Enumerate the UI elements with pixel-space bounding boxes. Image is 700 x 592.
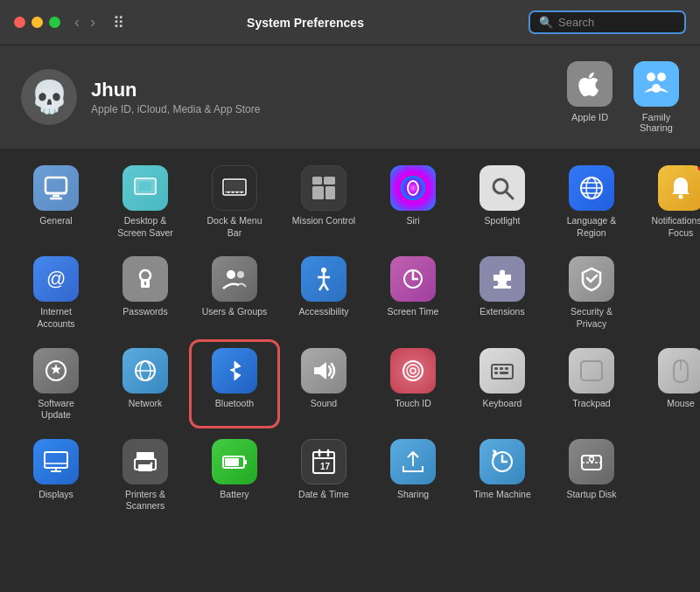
svg-rect-18: [312, 186, 324, 199]
pref-item-general[interactable]: General: [12, 158, 100, 244]
pref-item-startup[interactable]: Startup Disk: [548, 432, 635, 518]
pref-label-desktop: Desktop & Screen Saver: [111, 215, 179, 239]
pref-item-spotlight[interactable]: Spotlight: [458, 158, 546, 244]
profile-name: Jhun: [91, 79, 260, 101]
pref-item-trackpad[interactable]: Trackpad: [548, 341, 635, 427]
apple-id-action[interactable]: Apple ID: [567, 61, 612, 133]
pref-item-network[interactable]: Network: [102, 341, 189, 427]
profile-subtitle: Apple ID, iCloud, Media & App Store: [91, 103, 260, 115]
grid-row-0: GeneralDesktop & Screen SaverDock & Menu…: [12, 158, 688, 244]
family-sharing-action[interactable]: FamilySharing: [634, 61, 679, 133]
pref-item-mission[interactable]: Mission Control: [280, 158, 368, 244]
pref-item-security[interactable]: Security & Privacy: [548, 249, 635, 335]
svg-rect-61: [45, 452, 67, 468]
pref-label-network: Network: [129, 398, 163, 410]
search-input[interactable]: [558, 16, 681, 29]
pref-icon-language: [569, 165, 614, 211]
svg-rect-57: [494, 372, 498, 374]
pref-item-accessibility[interactable]: Accessibility: [280, 249, 368, 335]
pref-label-timemachine: Time Machine: [473, 489, 531, 501]
svg-line-39: [319, 283, 324, 290]
svg-point-14: [236, 192, 238, 193]
pref-item-siri[interactable]: Siri: [369, 158, 457, 244]
preferences-container: GeneralDesktop & Screen SaverDock & Menu…: [0, 150, 700, 530]
pref-icon-dock: [212, 165, 257, 211]
family-sharing-icon: [634, 61, 679, 107]
pref-item-extensions[interactable]: Extensions: [458, 249, 546, 335]
svg-rect-16: [312, 177, 322, 185]
pref-icon-keyboard: [480, 348, 525, 394]
pref-label-screentime: Screen Time: [388, 306, 439, 318]
pref-item-screentime[interactable]: Screen Time: [369, 249, 457, 335]
pref-item-timemachine[interactable]: Time Machine: [458, 432, 546, 518]
pref-icon-accessibility: [301, 256, 346, 302]
pref-item-mouse[interactable]: Mouse: [637, 341, 700, 427]
pref-icon-passwords: [122, 256, 168, 302]
pref-item-printers[interactable]: Printers & Scanners: [102, 432, 189, 518]
search-bar: 🔍: [528, 10, 686, 34]
pref-label-language: Language & Region: [557, 215, 626, 239]
minimize-button[interactable]: [32, 17, 43, 28]
pref-item-dock[interactable]: Dock & Menu Bar: [191, 158, 278, 244]
pref-item-datetime[interactable]: 17Date & Time: [280, 432, 368, 518]
svg-point-69: [150, 462, 153, 464]
svg-text:17: 17: [320, 462, 331, 471]
pref-item-keyboard[interactable]: Keyboard: [458, 341, 546, 427]
svg-rect-10: [225, 181, 244, 190]
svg-rect-17: [324, 177, 335, 185]
pref-item-notifications[interactable]: Notifications & Focus: [637, 158, 700, 244]
title-bar: ‹ › ⠿ System Preferences 🔍: [0, 0, 700, 45]
pref-label-software: Software Update: [22, 398, 90, 421]
svg-point-34: [227, 270, 235, 279]
pref-icon-general: [33, 165, 79, 211]
pref-label-users: Users & Groups: [202, 306, 268, 318]
pref-item-internet[interactable]: @Internet Accounts: [12, 249, 100, 335]
pref-item-battery[interactable]: Battery: [191, 432, 278, 518]
pref-item-users[interactable]: Users & Groups: [191, 249, 278, 335]
avatar-emoji: 💀: [30, 79, 69, 115]
pref-icon-spotlight: [480, 165, 525, 211]
pref-label-mission: Mission Control: [292, 215, 355, 227]
apple-id-icon: [567, 61, 612, 107]
pref-icon-network: [122, 348, 168, 394]
maximize-button[interactable]: [49, 17, 60, 28]
svg-point-20: [401, 176, 425, 200]
pref-icon-timemachine: [480, 439, 525, 484]
pref-label-extensions: Extensions: [480, 306, 524, 318]
pref-item-bluetooth[interactable]: Bluetooth: [191, 341, 278, 427]
pref-icon-software: [33, 348, 79, 394]
grid-row-1: @Internet AccountsPasswordsUsers & Group…: [12, 249, 688, 335]
profile-info: Jhun Apple ID, iCloud, Media & App Store: [91, 79, 260, 115]
pref-icon-battery: [212, 439, 257, 484]
svg-line-23: [506, 192, 513, 198]
svg-point-44: [412, 278, 415, 281]
pref-icon-displays: [33, 439, 79, 484]
close-button[interactable]: [14, 17, 25, 28]
pref-label-siri: Siri: [406, 215, 419, 227]
svg-point-15: [241, 192, 242, 193]
pref-item-desktop[interactable]: Desktop & Screen Saver: [102, 158, 189, 244]
pref-item-passwords[interactable]: Passwords: [102, 249, 189, 335]
svg-point-1: [657, 73, 666, 81]
pref-item-software[interactable]: Software Update: [12, 341, 100, 427]
pref-item-displays[interactable]: Displays: [12, 432, 100, 518]
svg-rect-66: [136, 452, 154, 459]
pref-label-sharing: Sharing: [397, 489, 429, 501]
window-title: System Preferences: [82, 16, 528, 30]
pref-icon-startup: [569, 439, 614, 484]
pref-item-touchid[interactable]: Touch ID: [369, 341, 457, 427]
pref-item-sound[interactable]: Sound: [280, 341, 368, 427]
pref-label-spotlight: Spotlight: [485, 215, 521, 227]
pref-label-trackpad: Trackpad: [572, 398, 610, 410]
family-sharing-label: FamilySharing: [640, 112, 673, 133]
window-controls: [14, 17, 60, 28]
back-button[interactable]: ‹: [71, 11, 83, 33]
pref-item-language[interactable]: Language & Region: [548, 158, 635, 244]
pref-label-dock: Dock & Menu Bar: [200, 215, 269, 239]
pref-label-displays: Displays: [38, 489, 74, 501]
notification-badge: [696, 165, 700, 173]
pref-label-touchid: Touch ID: [395, 398, 430, 410]
pref-item-sharing[interactable]: Sharing: [369, 432, 457, 518]
svg-rect-58: [500, 372, 508, 374]
pref-icon-mouse: [658, 348, 700, 394]
